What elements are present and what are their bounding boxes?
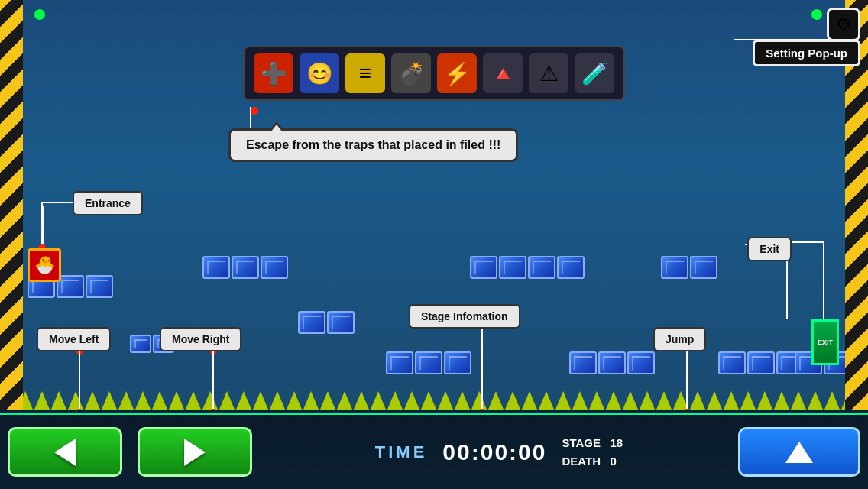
- block: [444, 351, 471, 374]
- spike: [371, 391, 386, 410]
- left-arrow-icon: [54, 439, 76, 466]
- spike: [202, 391, 218, 410]
- spike-container: [0, 390, 868, 410]
- spike: [404, 391, 419, 410]
- toolbar: ➕ 😊 ≡ 💣 ⚡ 🔺 ⚠ 🧪: [243, 46, 625, 101]
- game-area: ⚙ Setting Pop-up ➕ 😊 ≡ 💣 ⚡ 🔺 ⚠ 🧪 Escape …: [0, 0, 868, 413]
- move-left-button[interactable]: [8, 427, 122, 477]
- right-arrow-icon: [184, 439, 206, 466]
- corner-dot-right: [811, 9, 822, 20]
- spike: [623, 391, 638, 410]
- timer-area: TIME 00:00:00 STAGE 18 DEATH 0: [260, 434, 738, 471]
- stage-label: STAGE: [562, 436, 601, 449]
- stage-row: STAGE 18: [562, 434, 623, 452]
- entrance-line-v: [42, 206, 44, 248]
- toolbar-ball[interactable]: 😊: [300, 53, 339, 93]
- timer-label: TIME: [375, 442, 428, 462]
- block: [598, 351, 626, 374]
- block: [327, 311, 355, 334]
- spike: [152, 391, 167, 410]
- spike: [740, 391, 756, 410]
- toolbar-cone[interactable]: 🔺: [483, 53, 523, 93]
- spike: [724, 391, 739, 410]
- player-character: 🐣: [28, 248, 61, 282]
- spike: [34, 391, 50, 410]
- spike: [606, 391, 621, 410]
- jump-button[interactable]: [738, 427, 860, 477]
- block: [86, 275, 113, 298]
- spike: [488, 391, 504, 410]
- corner-dot-left: [34, 9, 45, 20]
- block: [718, 351, 746, 374]
- bottom-bar: TIME 00:00:00 STAGE 18 DEATH 0: [0, 413, 868, 489]
- block: [298, 311, 326, 334]
- spike-row-inner: [0, 391, 868, 410]
- toolbar-coin[interactable]: ≡: [345, 53, 385, 93]
- move-right-label: Move Right: [160, 327, 241, 351]
- block: [415, 351, 442, 374]
- toolbar-connector-dot: [251, 107, 258, 115]
- spike: [51, 391, 66, 410]
- spike: [555, 391, 571, 410]
- escape-text: Escape from the traps that placed in fil…: [246, 138, 500, 151]
- spike: [438, 391, 453, 410]
- toolbar-health[interactable]: ➕: [254, 53, 293, 93]
- spike: [387, 391, 403, 410]
- platform-lower-right2: [718, 351, 804, 374]
- spike: [219, 391, 235, 410]
- spike: [337, 391, 352, 410]
- spike: [640, 391, 655, 410]
- gear-icon: ⚙: [836, 15, 851, 34]
- spike: [707, 391, 722, 410]
- spike: [102, 391, 117, 410]
- setting-button[interactable]: ⚙: [827, 8, 860, 41]
- stage-info-label: Stage Infomation: [409, 304, 520, 329]
- death-row: DEATH 0: [562, 452, 623, 471]
- block: [747, 351, 775, 374]
- spike: [539, 391, 554, 410]
- up-arrow-icon: [785, 442, 813, 463]
- spike: [68, 391, 83, 410]
- spike: [85, 391, 100, 410]
- toolbar-caution[interactable]: ⚠: [529, 53, 568, 93]
- platform-upper-left: [202, 256, 288, 279]
- escape-text-bubble: Escape from the traps that placed in fil…: [228, 128, 518, 162]
- exit-line-h: [786, 241, 824, 243]
- spike: [236, 391, 251, 410]
- spike: [253, 391, 268, 410]
- spike: [118, 391, 134, 410]
- jump-label: Jump: [653, 327, 706, 351]
- hazard-left: [0, 0, 23, 410]
- block: [202, 256, 230, 279]
- spike: [135, 391, 151, 410]
- stats-area: STAGE 18 DEATH 0: [562, 434, 623, 471]
- platform-upper-center: [470, 256, 585, 279]
- spike: [287, 391, 302, 410]
- block: [557, 256, 585, 279]
- exit-line-v: [823, 241, 824, 319]
- block: [470, 256, 497, 279]
- block: [528, 256, 555, 279]
- spike: [572, 391, 588, 410]
- setting-popup-label: Setting Pop-up: [753, 40, 860, 66]
- move-right-button[interactable]: [138, 427, 252, 477]
- spike: [186, 391, 201, 410]
- spike: [757, 391, 772, 410]
- spike: [656, 391, 672, 410]
- platform-lower-right-center: [569, 351, 655, 374]
- spike: [505, 391, 520, 410]
- block: [661, 256, 688, 279]
- spike: [808, 391, 823, 410]
- spike: [791, 391, 806, 410]
- block: [386, 351, 413, 374]
- toolbar-red-block[interactable]: ⚡: [437, 53, 477, 93]
- spike: [673, 391, 688, 410]
- death-value: 0: [611, 455, 617, 468]
- spike: [522, 391, 537, 410]
- block: [130, 335, 151, 353]
- spike: [169, 391, 184, 410]
- block: [232, 256, 259, 279]
- block: [627, 351, 655, 374]
- toolbar-potion[interactable]: 🧪: [575, 53, 614, 93]
- toolbar-bomb[interactable]: 💣: [391, 53, 431, 93]
